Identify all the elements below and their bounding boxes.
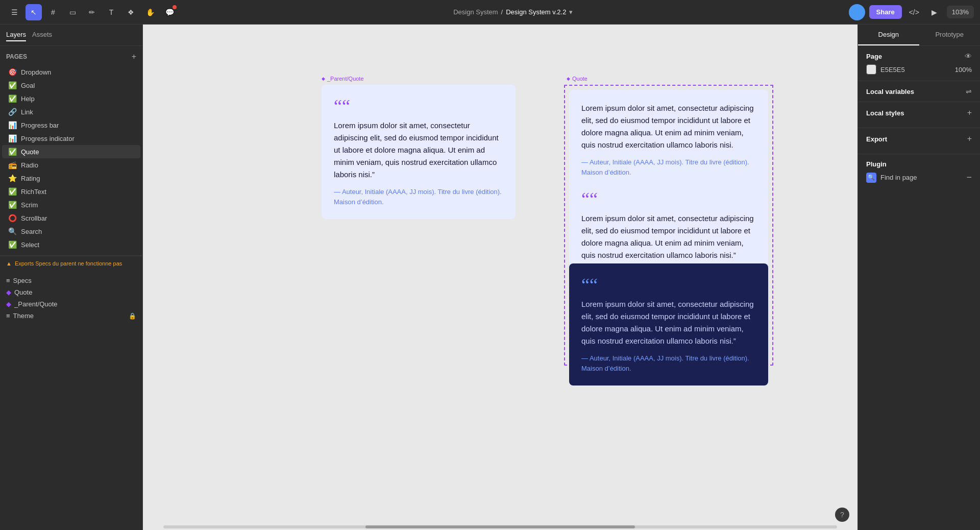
page-item-link[interactable]: 🔗Link (2, 105, 140, 118)
page-item-rating[interactable]: ⭐Rating (2, 172, 140, 185)
page-item-progress-bar[interactable]: 📊Progress bar (2, 118, 140, 132)
quote-label: Quote (567, 76, 587, 82)
export-title: Export (866, 135, 887, 143)
add-page-button[interactable]: + (132, 52, 136, 61)
pages-section: Pages + 🎯Dropdown ✅Goal ✅Help 🔗Link 📊Pro… (0, 46, 142, 256)
quote-card-1[interactable]: ““ Lorem ipsum dolor sit amet, consectet… (322, 85, 516, 219)
local-variables-title: Local variables (866, 88, 914, 95)
local-styles-title: Local styles (866, 109, 904, 117)
local-vars-row: Local variables ⇌ (866, 87, 972, 95)
pen-tool-button[interactable]: ✏ (84, 4, 100, 20)
page-item-select[interactable]: ✅Select (2, 238, 140, 251)
quote-card-4[interactable]: ““ Lorem ipsum dolor sit amet, consectet… (569, 263, 768, 386)
version-dropdown-icon[interactable]: ▾ (569, 8, 573, 16)
page-section-header: Page 👁 (866, 52, 972, 60)
page-color-swatch[interactable] (866, 64, 876, 75)
hand-tool-button[interactable]: ✋ (142, 4, 158, 20)
breadcrumb-current[interactable]: Design System v.2.2 (506, 8, 566, 16)
tab-assets[interactable]: Assets (32, 29, 52, 41)
right-panel-tabs: Design Prototype (858, 25, 980, 46)
page-item-goal[interactable]: ✅Goal (2, 79, 140, 92)
find-in-page-item[interactable]: 🔍 Find in page − (866, 172, 972, 183)
component-tool-button[interactable]: ❖ (122, 4, 139, 20)
present-button[interactable]: ▶ (926, 4, 943, 20)
scrollbar-track (163, 525, 837, 528)
local-variables-adjust-button[interactable]: ⇌ (966, 87, 972, 95)
avatar[interactable] (849, 4, 865, 20)
page-item-scrim[interactable]: ✅Scrim (2, 198, 140, 211)
page-section-title: Page (866, 53, 882, 60)
page-item-dropdown[interactable]: 🎯Dropdown (2, 65, 140, 79)
warning-text: ▲ Exports Specs du parent ne fonctionne … (6, 260, 136, 267)
quote-text-2: Lorem ipsum dolor sit amet, consectetur … (581, 102, 756, 151)
page-color-value: E5E5E5 (880, 66, 905, 74)
local-styles-header: Local styles + (866, 108, 972, 117)
pages-header: Pages + (0, 50, 142, 65)
export-add-button[interactable]: + (967, 134, 972, 143)
local-variables-section: Local variables ⇌ (858, 81, 980, 102)
page-item-help[interactable]: ✅Help (2, 92, 140, 105)
tab-design[interactable]: Design (858, 25, 919, 45)
share-button[interactable]: Share (869, 5, 902, 19)
goal-icon: ✅ (8, 81, 17, 89)
page-item-quote[interactable]: ✅Quote (2, 145, 140, 158)
layer-parent-quote[interactable]: ◆ _Parent/Quote (0, 298, 142, 310)
local-styles-add-button[interactable]: + (967, 108, 972, 117)
zoom-control[interactable]: 103% (947, 6, 974, 18)
toolbar-right: Share </> ▶ 103% (849, 4, 974, 20)
scrollbar-area[interactable] (143, 524, 857, 530)
main-layout: Layers Assets Pages + 🎯Dropdown ✅Goal ✅H… (0, 25, 980, 530)
layers-section: ≡ Specs ◆ Quote ◆ _Parent/Quote ≡ Theme … (0, 271, 142, 530)
find-in-page-icon: 🔍 (866, 173, 876, 183)
scrollbar-thumb[interactable] (365, 525, 635, 528)
toolbar: ☰ ↖ # ▭ ✏ T ❖ ✋ 💬 Design System / Design… (0, 0, 980, 25)
quote-text-1: Lorem ipsum dolor sit amet, consectetur … (334, 119, 503, 181)
breadcrumb-prefix: Design System (453, 8, 498, 16)
export-header: Export + (866, 134, 972, 143)
page-item-richtext[interactable]: ✅RichText (2, 185, 140, 198)
tab-layers[interactable]: Layers (6, 29, 26, 41)
parent-quote-layer-icon: ◆ (6, 300, 11, 308)
shape-tool-button[interactable]: ▭ (64, 4, 81, 20)
warning-section: ▲ Exports Specs du parent ne fonctionne … (0, 256, 142, 271)
progress-bar-icon: 📊 (8, 121, 17, 129)
export-section: Export + (858, 128, 980, 154)
scrollbar-icon: ⭕ (8, 214, 17, 222)
layer-theme[interactable]: ≡ Theme 🔒 (0, 310, 142, 322)
left-sidebar: Layers Assets Pages + 🎯Dropdown ✅Goal ✅H… (0, 25, 143, 530)
move-tool-button[interactable]: ↖ (26, 4, 42, 20)
visibility-button[interactable]: 👁 (965, 52, 972, 60)
comment-tool-button[interactable]: 💬 (161, 4, 178, 20)
page-item-scrollbar[interactable]: ⭕Scrollbar (2, 211, 140, 225)
find-in-page-remove-button[interactable]: − (966, 172, 972, 183)
toolbar-left: ☰ ↖ # ▭ ✏ T ❖ ✋ 💬 (6, 4, 178, 20)
help-button[interactable]: ? (835, 508, 849, 522)
layer-specs[interactable]: ≡ Specs (0, 275, 142, 286)
page-color-row: E5E5E5 100% (866, 64, 972, 75)
quote-citation-4: — Auteur, Initiale (AAAA, JJ mois). Titr… (581, 353, 756, 373)
page-item-progress-indicator[interactable]: 📊Progress indicator (2, 132, 140, 145)
page-item-radio[interactable]: 📻Radio (2, 158, 140, 172)
canvas[interactable]: _Parent/Quote ““ Lorem ipsum dolor sit a… (143, 25, 857, 530)
quote-check-icon: ✅ (8, 148, 17, 156)
local-styles-section: Local styles + (858, 102, 980, 128)
quote-card-2[interactable]: Lorem ipsum dolor sit amet, consectetur … (569, 90, 768, 189)
page-item-search[interactable]: 🔍Search (2, 225, 140, 238)
main-menu-button[interactable]: ☰ (6, 4, 22, 20)
code-view-button[interactable]: </> (906, 4, 922, 20)
specs-layer-icon: ≡ (6, 277, 10, 284)
quote-citation-1: — Auteur, Initiale (AAAA, JJ mois). Titr… (334, 187, 503, 207)
dropdown-icon: 🎯 (8, 68, 17, 76)
page-opacity: 100% (955, 66, 972, 74)
tab-prototype[interactable]: Prototype (919, 25, 981, 45)
pages-title: Pages (6, 53, 27, 60)
theme-layer-icon: ≡ (6, 312, 10, 320)
quote-text-3: Lorem ipsum dolor sit amet, consectetur … (581, 212, 756, 261)
text-tool-button[interactable]: T (103, 4, 119, 20)
rating-icon: ⭐ (8, 174, 17, 182)
sidebar-tabs: Layers Assets (0, 25, 142, 46)
frame-tool-button[interactable]: # (45, 4, 61, 20)
toolbar-center: Design System / Design System v.2.2 ▾ (182, 8, 845, 16)
find-in-page-label: Find in page (880, 174, 917, 181)
layer-quote[interactable]: ◆ Quote (0, 286, 142, 298)
